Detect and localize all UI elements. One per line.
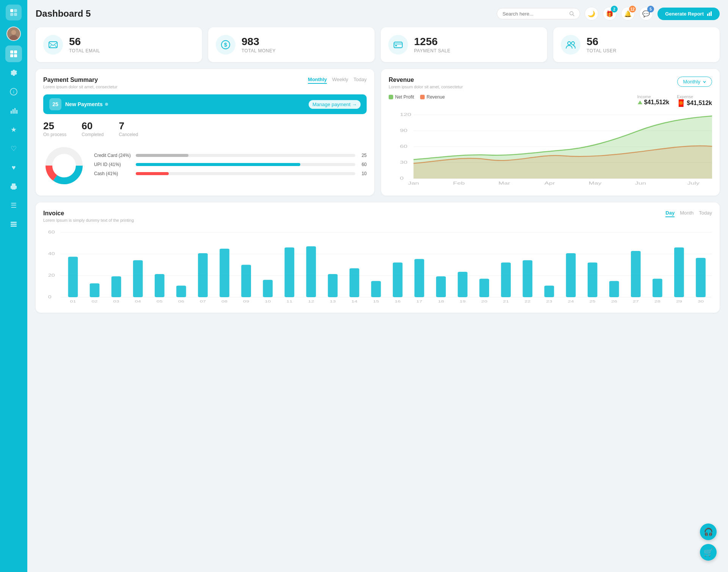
payment-icon [388,35,408,55]
svg-point-35 [568,42,571,45]
svg-text:27: 27 [633,299,639,303]
chat-button[interactable]: 💬 5 [639,7,653,20]
payment-stats-row: 25 On process 60 Completed 7 Canceled [43,120,367,137]
notification-button[interactable]: 🔔 12 [621,7,635,20]
svg-line-29 [55,45,57,48]
money-value: 983 [242,36,276,48]
invoice-tab-day[interactable]: Day [665,210,675,217]
revenue-tab-label: Monthly [683,79,700,85]
svg-text:11: 11 [286,299,292,303]
svg-text:July: July [687,181,700,186]
svg-text:02: 02 [91,299,97,303]
svg-rect-73 [133,260,143,297]
dot-icon [105,103,108,106]
svg-rect-109 [522,260,532,297]
middle-row: Payment Summary Lorem ipsum dolor sit am… [36,69,720,196]
main-content: Dashboard 5 🌙 🎁 2 🔔 12 💬 [27,0,728,572]
header-right: 🌙 🎁 2 🔔 12 💬 5 Generate Report [497,7,720,20]
sidebar-item-star[interactable]: ★ [5,121,22,138]
manage-payment-link[interactable]: Manage payment → [309,100,361,109]
svg-rect-75 [155,274,165,297]
floating-buttons: 🎧 🛒 [700,523,717,561]
sidebar: i ★ ♡ ♥ ☰ [0,0,27,572]
users-icon [561,35,581,55]
svg-text:23: 23 [546,299,552,303]
gift-button[interactable]: 🎁 2 [603,7,617,20]
revenue-monthly-dropdown[interactable]: Monthly [677,77,712,87]
search-input[interactable] [502,11,566,17]
on-process-value: 25 [43,120,66,132]
svg-rect-1 [14,9,17,12]
svg-rect-67 [68,257,78,297]
cash-val: 10 [359,171,367,176]
bar-upi: UPI ID (41%) 60 [94,162,367,167]
svg-rect-27 [49,42,57,48]
svg-text:13: 13 [329,299,336,303]
svg-rect-101 [436,276,446,297]
search-box[interactable] [497,8,580,19]
svg-rect-69 [90,283,100,297]
invoice-tab-today[interactable]: Today [699,210,712,217]
sidebar-item-settings[interactable] [5,64,22,81]
stat-card-users: 56 TOTAL USER [553,27,720,62]
svg-text:14: 14 [351,299,358,303]
svg-text:Jan: Jan [408,181,419,186]
sidebar-item-heart-outline[interactable]: ♡ [5,140,22,157]
tab-today[interactable]: Today [353,77,367,84]
svg-rect-103 [458,272,468,297]
revenue-legend: Net Profit Revenue [389,94,445,100]
svg-text:09: 09 [243,299,249,303]
sidebar-item-heart-fill[interactable]: ♥ [5,159,22,176]
svg-rect-8 [14,50,17,53]
gift-badge: 2 [611,6,618,13]
page-title: Dashboard 5 [36,8,91,19]
stat-cards: 56 TOTAL EMAIL $ 983 TOTAL MONEY [36,27,720,62]
svg-text:0: 0 [48,295,52,299]
svg-rect-20 [11,224,17,225]
avatar[interactable] [6,27,21,41]
svg-rect-25 [709,13,710,16]
svg-text:03: 03 [113,299,119,303]
sidebar-item-menu[interactable]: ☰ [5,197,22,214]
tab-weekly[interactable]: Weekly [332,77,348,84]
chat-badge: 5 [647,6,654,13]
svg-text:05: 05 [157,299,163,303]
canceled-label: Canceled [119,132,138,137]
tab-monthly[interactable]: Monthly [308,77,327,84]
svg-text:40: 40 [48,252,55,256]
net-profit-dot [389,95,393,99]
dark-mode-button[interactable]: 🌙 [585,7,598,20]
invoice-header: Invoice Lorem Ipsum is simply dummy text… [43,210,712,223]
generate-report-button[interactable]: Generate Report [657,8,720,20]
sidebar-item-info[interactable]: i [5,83,22,100]
support-button[interactable]: 🎧 [700,523,717,540]
upi-track [136,163,355,166]
svg-text:19: 19 [460,299,466,303]
svg-rect-115 [588,263,598,298]
sidebar-item-print[interactable] [5,178,22,195]
chevron-down-icon [703,80,706,84]
payment-tab-group: Monthly Weekly Today [308,77,367,84]
sidebar-item-list[interactable] [5,216,22,233]
svg-text:90: 90 [400,128,408,133]
svg-rect-89 [306,246,316,297]
invoice-tab-month[interactable]: Month [680,210,693,217]
svg-text:25: 25 [590,299,596,303]
svg-rect-79 [198,253,208,297]
sidebar-item-dashboard[interactable] [5,45,22,62]
sidebar-logo[interactable] [6,5,22,20]
svg-rect-18 [12,188,16,190]
users-value: 56 [587,36,617,48]
bar-credit-card: Credit Card (24%) 25 [94,153,367,158]
svg-line-28 [49,45,52,48]
svg-text:Apr: Apr [544,181,555,186]
sidebar-item-chart[interactable] [5,102,22,119]
cart-icon: 🛒 [704,548,713,557]
credit-card-track [136,154,355,157]
payment-summary-subtitle: Lorem ipsum dolor sit amet, consectetur [43,85,118,89]
new-payments-label: New Payments [65,101,108,107]
upi-label: UPI ID (41%) [94,162,132,167]
svg-rect-71 [111,276,121,297]
search-icon [569,11,574,17]
cart-button[interactable]: 🛒 [700,544,717,561]
